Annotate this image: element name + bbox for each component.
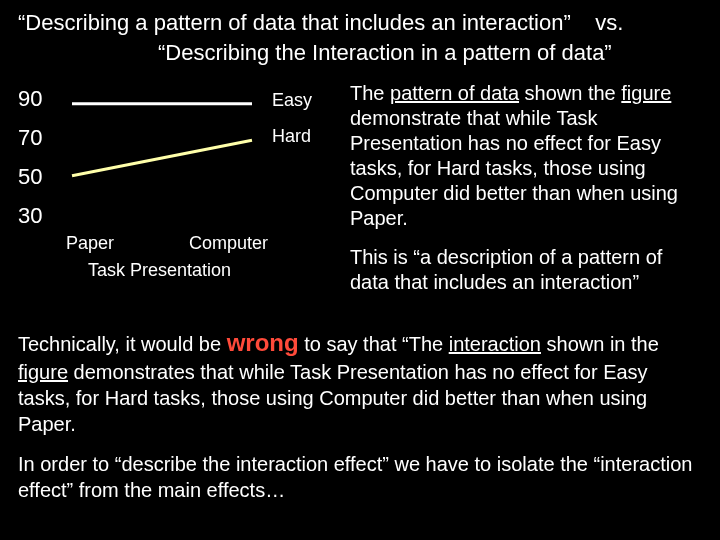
legend-hard: Hard (272, 126, 311, 147)
para-3: Technically, it would be wrong to say th… (18, 327, 702, 436)
heading-quote-1: “Describing a pattern of data that inclu… (18, 10, 571, 35)
bottom-text: Technically, it would be wrong to say th… (18, 327, 702, 502)
xtick-computer: Computer (189, 233, 268, 254)
para-1: The pattern of data shown the figure dem… (350, 81, 702, 231)
legend-easy: Easy (272, 90, 312, 111)
heading-quote-2: “Describing the Interaction in a pattern… (158, 40, 612, 65)
para-4: In order to “describe the interaction ef… (18, 451, 702, 503)
xtick-paper: Paper (66, 233, 114, 254)
ytick: 70 (18, 125, 42, 151)
underline-figure: figure (621, 82, 671, 104)
para-2: This is “a description of a pattern of d… (350, 245, 702, 295)
underline-figure-2: figure (18, 361, 68, 383)
ytick: 30 (18, 203, 42, 229)
xlabel: Task Presentation (18, 260, 338, 281)
underline-pattern: pattern of data (390, 82, 519, 104)
heading-vs: vs. (595, 10, 623, 35)
ytick: 50 (18, 164, 42, 190)
underline-interaction: interaction (449, 333, 541, 355)
heading: “Describing a pattern of data that inclu… (18, 8, 702, 67)
chart: 90 70 50 30 Easy Hard Paper Computer Tas… (18, 81, 338, 309)
line-hard (72, 141, 252, 176)
ytick: 90 (18, 86, 42, 112)
plot-area (62, 87, 262, 225)
wrong-emphasis: wrong (227, 329, 299, 356)
right-text: The pattern of data shown the figure dem… (350, 81, 702, 309)
